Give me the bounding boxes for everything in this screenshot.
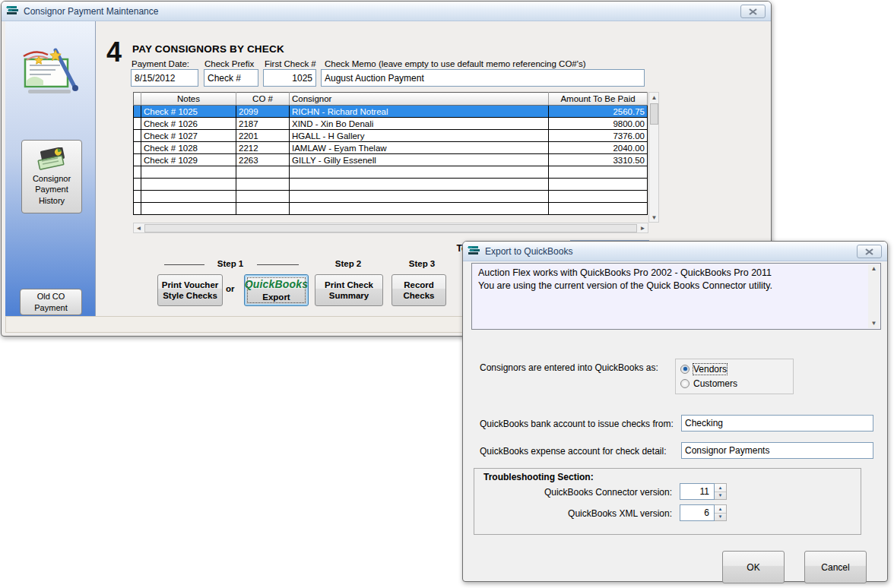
consignor-payment-history-button[interactable]: Consignor Payment History xyxy=(21,140,82,213)
screen: Consignor Payment Maintenance xyxy=(0,0,894,588)
check-prefix-label: Check Prefix xyxy=(204,59,254,68)
col-notes: Notes xyxy=(141,93,236,106)
check-prefix-input[interactable] xyxy=(204,69,258,87)
first-check-label: First Check # xyxy=(265,59,316,68)
row-indicator-header xyxy=(134,93,141,106)
col-amount: Amount To Be Paid xyxy=(549,93,648,106)
step-number: 4 xyxy=(106,36,122,68)
payment-date-label: Payment Date: xyxy=(132,59,189,68)
xml-version-value[interactable]: 6 xyxy=(680,504,715,521)
dialog-title-bar: Export to QuickBooks xyxy=(463,242,887,261)
cancel-button[interactable]: Cancel xyxy=(804,551,867,583)
print-summary-label: Print Check Summary xyxy=(319,280,379,302)
horizontal-scroll-thumb[interactable] xyxy=(144,224,637,232)
sidebar: Consignor Payment History Old CO Payment xyxy=(5,21,96,318)
connector-version-value[interactable]: 11 xyxy=(680,483,715,500)
dialog-body: Auction Flex works with QuickBooks Pro 2… xyxy=(464,261,886,580)
check-wizard-icon xyxy=(22,46,80,96)
check-memo-label: Check Memo (leave empty to use default m… xyxy=(325,59,586,68)
empty-row xyxy=(134,191,648,203)
scroll-left-icon[interactable]: ◄ xyxy=(134,223,144,232)
first-check-input[interactable] xyxy=(263,69,316,87)
scroll-up-icon[interactable]: ▲ xyxy=(869,264,879,273)
cancel-label: Cancel xyxy=(821,562,849,573)
consignor-type-radio-group: Vendors Customers xyxy=(675,359,794,394)
ok-button[interactable]: OK xyxy=(722,551,785,583)
step1-line-left xyxy=(164,264,204,265)
record-checks-label: Record Checks xyxy=(399,280,439,302)
app-logo-icon xyxy=(6,5,19,17)
col-consignor: Consignor xyxy=(290,93,549,106)
connector-version-label: QuickBooks Connector version: xyxy=(482,487,672,498)
quickbooks-brand-label: QuickBooks xyxy=(245,278,309,292)
consignor-type-label: Consignors are entered into QuickBooks a… xyxy=(480,362,658,373)
step1-line-right xyxy=(257,264,299,265)
radio-unselected-icon[interactable] xyxy=(680,379,690,388)
compatibility-info-box: Auction Flex works with QuickBooks Pro 2… xyxy=(471,263,881,330)
history-button-label: Consignor Payment History xyxy=(27,173,76,206)
empty-row xyxy=(134,166,648,179)
troubleshooting-title: Troubleshooting Section: xyxy=(483,472,594,482)
or-label: or xyxy=(226,284,235,293)
radio-option-vendors[interactable]: Vendors xyxy=(680,362,788,376)
table-row[interactable]: Check # 1028 2212 IAMLAW - Eyam Thelaw 2… xyxy=(134,142,648,154)
vertical-scrollbar[interactable]: ▲ ▼ xyxy=(648,92,659,223)
info-line: Auction Flex works with QuickBooks Pro 2… xyxy=(478,267,865,280)
table-header-row: Notes CO # Consignor Amount To Be Paid xyxy=(134,93,648,106)
ok-label: OK xyxy=(747,562,759,573)
old-co-payment-button[interactable]: Old CO Payment xyxy=(20,289,82,315)
bank-account-label: QuickBooks bank account to issue checks … xyxy=(480,419,674,429)
print-voucher-label: Print Voucher Style Checks xyxy=(160,280,220,302)
expense-account-label: QuickBooks expense account for check det… xyxy=(480,446,666,457)
table-row[interactable]: Check # 1027 2201 HGALL - H Gallery 7376… xyxy=(134,130,648,142)
close-icon[interactable] xyxy=(740,5,766,18)
window-title: Consignor Payment Maintenance xyxy=(24,6,158,17)
vendors-label: Vendors xyxy=(693,364,727,375)
old-co-button-label: Old CO Payment xyxy=(30,291,72,313)
dialog-title: Export to QuickBooks xyxy=(485,246,572,257)
xml-version-spinner[interactable]: 6 ▲ ▼ xyxy=(680,504,727,521)
radio-selected-icon[interactable] xyxy=(680,365,690,374)
print-voucher-checks-button[interactable]: Print Voucher Style Checks xyxy=(157,274,223,306)
radio-option-customers[interactable]: Customers xyxy=(680,376,788,390)
table-row[interactable]: Check # 1029 2263 GILLY - Gilly Essenell… xyxy=(134,154,648,166)
spin-up-icon[interactable]: ▲ xyxy=(715,484,726,492)
consignor-payment-table: Notes CO # Consignor Amount To Be Paid C… xyxy=(133,92,648,215)
bank-account-input[interactable] xyxy=(681,415,873,432)
scroll-down-icon[interactable]: ▼ xyxy=(649,213,659,222)
horizontal-scrollbar[interactable]: ◄ ► xyxy=(133,223,648,233)
col-co: CO # xyxy=(236,93,290,106)
empty-row xyxy=(134,179,648,191)
quickbooks-export-button[interactable]: QuickBooks Export xyxy=(244,274,309,306)
scroll-right-icon[interactable]: ► xyxy=(638,223,648,232)
expense-account-input[interactable] xyxy=(681,442,873,459)
check-memo-input[interactable] xyxy=(321,69,645,87)
spin-down-icon[interactable]: ▼ xyxy=(715,514,726,521)
main-title-bar: Consignor Payment Maintenance xyxy=(2,2,771,21)
step2-label: Step 2 xyxy=(328,259,368,268)
xml-version-label: QuickBooks XML version: xyxy=(482,508,672,519)
table-row[interactable]: Check # 1025 2099 RICHN - Richard Notrea… xyxy=(134,106,648,118)
quickbooks-export-label: Export xyxy=(262,292,290,302)
scroll-down-icon[interactable]: ▼ xyxy=(869,319,879,328)
spin-down-icon[interactable]: ▼ xyxy=(715,492,726,500)
payment-date-input[interactable] xyxy=(131,69,198,87)
table-row[interactable]: Check # 1026 2187 XIND - Xin Bo Denali 9… xyxy=(134,118,648,130)
connector-version-spinner[interactable]: 11 ▲ ▼ xyxy=(680,483,727,500)
troubleshooting-section: Troubleshooting Section: QuickBooks Conn… xyxy=(474,468,861,535)
empty-row xyxy=(134,203,648,215)
checkbook-icon xyxy=(36,147,67,170)
page-title: PAY CONSIGNORS BY CHECK xyxy=(132,43,284,55)
customers-label: Customers xyxy=(693,378,737,389)
scroll-up-icon[interactable]: ▲ xyxy=(649,93,659,102)
print-check-summary-button[interactable]: Print Check Summary xyxy=(315,274,383,306)
vertical-scroll-thumb[interactable] xyxy=(650,103,658,125)
record-checks-button[interactable]: Record Checks xyxy=(392,274,446,306)
info-scrollbar[interactable]: ▲ ▼ xyxy=(868,264,880,328)
step1-label: Step 1 xyxy=(211,259,250,268)
step3-label: Step 3 xyxy=(402,259,442,268)
info-line: You are using the current version of the… xyxy=(478,280,865,292)
spin-up-icon[interactable]: ▲ xyxy=(715,505,726,514)
dialog-close-icon[interactable] xyxy=(857,245,882,258)
app-logo-icon xyxy=(468,245,480,257)
